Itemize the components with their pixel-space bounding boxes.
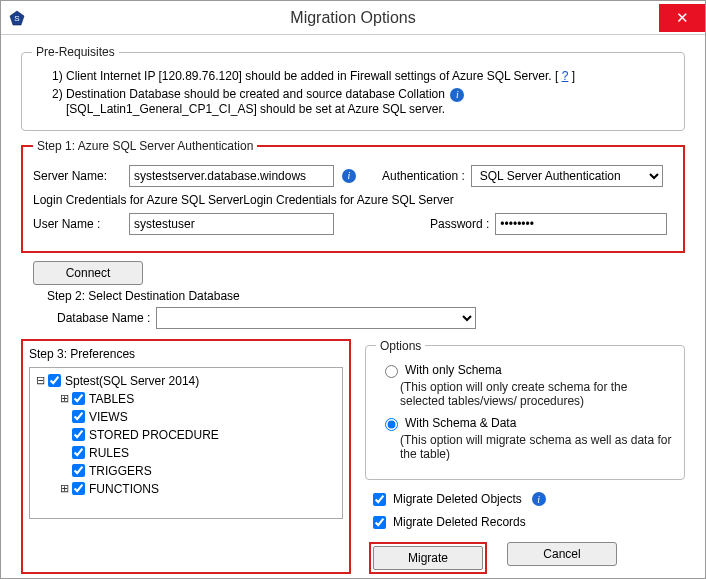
close-button[interactable]: ✕ xyxy=(659,4,705,32)
step1-group: Step 1: Azure SQL Server Authentication … xyxy=(21,139,685,253)
prereq-text-1a: 1) Client Internet IP [120.89.76.120] sh… xyxy=(52,69,562,83)
tree-node-functions[interactable]: ⊞ FUNCTIONS xyxy=(32,480,340,498)
migrate-deleted-objects-label: Migrate Deleted Objects xyxy=(393,492,522,506)
schema-data-radio[interactable] xyxy=(385,418,398,431)
tree-checkbox[interactable] xyxy=(72,392,85,405)
tree-root[interactable]: ⊟ Sptest(SQL Server 2014) xyxy=(32,372,340,390)
migrate-highlight: Migrate xyxy=(369,542,487,574)
tree-checkbox-root[interactable] xyxy=(48,374,61,387)
prereq-text-1b: ] xyxy=(568,69,575,83)
username-input[interactable] xyxy=(129,213,334,235)
password-label: Password : xyxy=(430,217,489,231)
step2-title: Step 2: Select Destination Database xyxy=(47,289,685,303)
prerequisites-group: Pre-Requisites 1) Client Internet IP [12… xyxy=(21,45,685,131)
options-column: Options With only Schema (This option wi… xyxy=(365,339,685,574)
migrate-deleted-records-label: Migrate Deleted Records xyxy=(393,515,526,529)
close-icon: ✕ xyxy=(676,9,689,27)
tree-node-rules[interactable]: ⊞ RULES xyxy=(32,444,340,462)
tree-checkbox[interactable] xyxy=(72,428,85,441)
preferences-tree[interactable]: ⊟ Sptest(SQL Server 2014) ⊞ TABLES ⊞ VIE… xyxy=(29,367,343,519)
options-group: Options With only Schema (This option wi… xyxy=(365,339,685,480)
tree-label: FUNCTIONS xyxy=(89,482,159,496)
prereq-line-2: 2) Destination Database should be create… xyxy=(52,87,674,116)
tree-checkbox[interactable] xyxy=(72,446,85,459)
tree-label: RULES xyxy=(89,446,129,460)
schema-data-label: With Schema & Data xyxy=(405,416,516,430)
info-icon[interactable]: i xyxy=(532,492,546,506)
tree-label: TABLES xyxy=(89,392,134,406)
tree-label: STORED PROCEDURE xyxy=(89,428,219,442)
expander-icon[interactable]: ⊟ xyxy=(34,375,46,387)
tree-node-sp[interactable]: ⊞ STORED PROCEDURE xyxy=(32,426,340,444)
tree-checkbox[interactable] xyxy=(72,464,85,477)
connect-button[interactable]: Connect xyxy=(33,261,143,285)
titlebar: S Migration Options ✕ xyxy=(1,1,705,35)
tree-label: Sptest(SQL Server 2014) xyxy=(65,374,199,388)
prerequisites-legend: Pre-Requisites xyxy=(32,45,119,59)
step3-group: Step 3: Preferences ⊟ Sptest(SQL Server … xyxy=(21,339,351,574)
tree-node-triggers[interactable]: ⊞ TRIGGERS xyxy=(32,462,340,480)
database-name-select[interactable] xyxy=(156,307,476,329)
schema-only-radio[interactable] xyxy=(385,365,398,378)
authentication-select[interactable]: SQL Server Authentication xyxy=(471,165,663,187)
server-name-label: Server Name: xyxy=(33,169,123,183)
step1-legend: Step 1: Azure SQL Server Authentication xyxy=(33,139,257,153)
tree-label: VIEWS xyxy=(89,410,128,424)
login-credentials-text: Login Credentials for Azure SQL ServerLo… xyxy=(33,193,673,207)
migrate-button[interactable]: Migrate xyxy=(373,546,483,570)
server-name-input[interactable] xyxy=(129,165,334,187)
migrate-deleted-objects-checkbox[interactable] xyxy=(373,493,386,506)
expander-icon[interactable]: ⊞ xyxy=(58,393,70,405)
info-icon[interactable]: i xyxy=(342,169,356,183)
options-legend: Options xyxy=(376,339,425,353)
migrate-deleted-records-checkbox[interactable] xyxy=(373,516,386,529)
tree-node-tables[interactable]: ⊞ TABLES xyxy=(32,390,340,408)
app-icon: S xyxy=(9,10,25,26)
authentication-label: Authentication : xyxy=(382,169,465,183)
info-icon[interactable]: i xyxy=(450,88,464,102)
schema-only-label: With only Schema xyxy=(405,363,502,377)
username-label: User Name : xyxy=(33,217,123,231)
tree-checkbox[interactable] xyxy=(72,482,85,495)
svg-text:S: S xyxy=(14,14,19,23)
tree-label: TRIGGERS xyxy=(89,464,152,478)
tree-node-views[interactable]: ⊞ VIEWS xyxy=(32,408,340,426)
step3-title: Step 3: Preferences xyxy=(29,347,343,361)
prereq-text-2b: [SQL_Latin1_General_CP1_CI_AS] should be… xyxy=(66,102,445,116)
expander-icon[interactable]: ⊞ xyxy=(58,483,70,495)
prereq-line-1: 1) Client Internet IP [120.89.76.120] sh… xyxy=(52,69,674,83)
password-input[interactable] xyxy=(495,213,667,235)
database-name-label: Database Name : xyxy=(57,311,150,325)
dialog-content: Pre-Requisites 1) Client Internet IP [12… xyxy=(1,35,705,579)
prereq-text-2a: 2) Destination Database should be create… xyxy=(52,87,448,101)
schema-data-desc: (This option will migrate schema as well… xyxy=(400,433,674,461)
cancel-button[interactable]: Cancel xyxy=(507,542,617,566)
tree-checkbox[interactable] xyxy=(72,410,85,423)
window-title: Migration Options xyxy=(290,9,415,27)
schema-only-desc: (This option will only create schema for… xyxy=(400,380,674,408)
